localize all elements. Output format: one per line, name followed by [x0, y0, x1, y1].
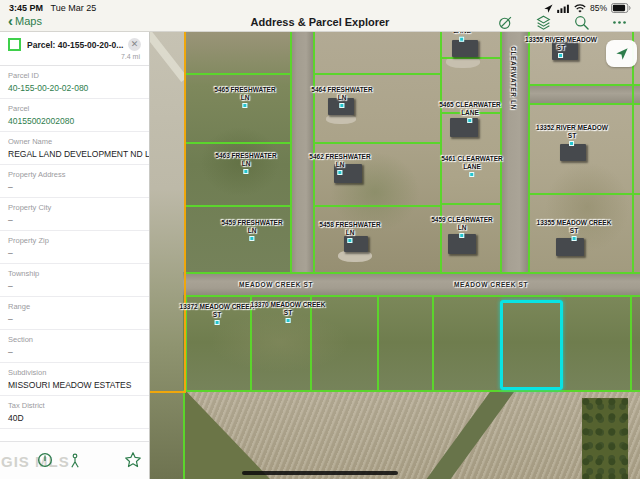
field-label: Property City — [8, 203, 141, 212]
parcel-address-label: 5462 FRESHWATER LN — [309, 153, 370, 175]
parcel-address-label: 13355 MEADOW CREEK ST — [537, 219, 612, 241]
wifi-icon — [574, 4, 586, 13]
parcel-field: Parcel ID 40-155-00-20-02-080 — [0, 66, 149, 99]
field-label: Property Zip — [8, 236, 141, 245]
field-value: – — [8, 248, 141, 259]
field-value: 40D — [8, 413, 141, 424]
battery-percent: 85% — [590, 3, 607, 13]
field-label: Parcel — [8, 104, 141, 113]
address-point-marker — [286, 318, 291, 323]
parcel-address-label: 5458 FRESHWATER LN — [319, 221, 380, 243]
sketch-icon[interactable] — [497, 14, 514, 31]
location-services-icon — [544, 4, 553, 13]
field-value: – — [8, 182, 141, 193]
address-point-marker — [558, 53, 563, 58]
parcel-field: Subdivision MISSOURI MEADOW ESTATES — [0, 363, 149, 396]
address-point-marker — [339, 103, 344, 108]
status-time-date: 3:45 PM Tue Mar 25 — [9, 3, 96, 13]
parcel-field: Section – — [0, 330, 149, 363]
street-name-label: CLEARWATER LN — [509, 46, 517, 110]
field-value: – — [8, 314, 141, 325]
parcel-address-label: 5461 CLEARWATER LANE — [441, 155, 503, 177]
parcel-address-label: 13352 RIVER MEADOW ST — [536, 124, 608, 146]
field-value: – — [8, 347, 141, 358]
parcel-boundary-line — [183, 390, 640, 392]
parcel-boundary-line — [500, 32, 502, 272]
field-label: Parcel ID — [8, 71, 141, 80]
parcel-address-label: 5463 FRESHWATER LN — [215, 152, 276, 174]
parcel-boundary-line — [313, 205, 440, 207]
antenna-icon[interactable] — [64, 450, 86, 472]
parcel-boundary-line — [528, 103, 640, 105]
parcel-boundary-line — [440, 57, 500, 59]
street-name-label: MEADOW CREEK ST — [454, 281, 528, 289]
address-point-marker — [243, 169, 248, 174]
parcel-boundary-line — [184, 295, 640, 297]
field-label: Subdivision — [8, 368, 141, 377]
building — [560, 144, 586, 161]
field-value: MISSOURI MEADOW ESTATES — [8, 380, 141, 391]
field-value: – — [8, 281, 141, 292]
boundary-line-orange — [184, 32, 186, 393]
address-point-marker — [459, 36, 464, 41]
parcel-boundary-line — [440, 203, 500, 205]
favorites-star-icon[interactable] — [122, 450, 144, 472]
parcel-field: Range – — [0, 297, 149, 330]
identify-icon[interactable] — [34, 450, 56, 472]
navigation-arrow-icon — [614, 46, 630, 62]
field-value: REGAL LAND DEVELOPMENT ND LLC — [8, 149, 141, 160]
street-name-label: MEADOW CREEK ST — [239, 281, 313, 289]
parcel-field: Township – — [0, 264, 149, 297]
status-time: 3:45 PM — [9, 3, 43, 13]
parcel-field: Tax District 40D — [0, 396, 149, 429]
address-point-marker — [337, 170, 342, 175]
parcel-address-label: 13370 MEADOW CREEK ST — [251, 301, 326, 323]
parcel-boundary-line — [184, 73, 290, 75]
parcel-boundary-line — [313, 142, 440, 144]
address-point-marker — [242, 103, 247, 108]
field-value: 40155002002080 — [8, 116, 141, 127]
parcel-color-swatch — [8, 38, 21, 51]
parcel-field: Property Zip – — [0, 231, 149, 264]
parcel-field: Property City – — [0, 198, 149, 231]
parcel-address-label: 13372 MEADOW CREEK ST — [180, 303, 255, 325]
field-label: Section — [8, 335, 141, 344]
parcel-address-label: 5465 FRESHWATER LN — [214, 86, 275, 108]
building — [452, 40, 478, 57]
selected-parcel-highlight[interactable] — [500, 300, 563, 390]
parcel-boundary-line — [183, 390, 185, 479]
address-point-marker — [468, 118, 473, 123]
nav-bar: ‹ Maps Address & Parcel Explorer — [0, 13, 640, 32]
home-indicator[interactable] — [242, 471, 398, 475]
parcel-boundary-line — [630, 295, 632, 390]
sidebar-toolbar: GIS MLS — [0, 441, 149, 479]
address-point-marker — [569, 141, 574, 146]
parcel-boundary-line — [184, 142, 290, 144]
search-icon[interactable] — [573, 14, 590, 31]
parcel-field: Owner Name REGAL LAND DEVELOPMENT ND LLC — [0, 132, 149, 165]
field-label: Range — [8, 302, 141, 311]
parcel-fields: Parcel ID 40-155-00-20-02-080 Parcel 401… — [0, 66, 149, 441]
parcel-boundary-line — [377, 295, 379, 390]
terrain-trees — [582, 398, 628, 479]
locate-me-button[interactable] — [606, 40, 637, 67]
parcel-boundary-line — [632, 32, 634, 272]
cellular-signal-icon — [557, 4, 570, 13]
close-icon[interactable]: ✕ — [128, 38, 141, 51]
layers-icon[interactable] — [535, 14, 552, 31]
status-bar: 3:45 PM Tue Mar 25 85% — [0, 0, 640, 14]
parcel-address-label: 13355 RIVER MEADOW ST — [525, 36, 597, 58]
address-point-marker — [572, 236, 577, 241]
address-point-marker — [215, 320, 220, 325]
parcel-boundary-line — [184, 272, 640, 274]
address-point-marker — [249, 236, 254, 241]
parcel-address-label: 5459 FRESHWATER LN — [221, 219, 282, 241]
map-canvas[interactable]: LANE 13355 RIVER MEADOW ST 5465 FRESHWAT… — [150, 32, 640, 479]
field-label: Owner Name — [8, 137, 141, 146]
boundary-line-orange — [150, 391, 185, 393]
parcel-header: Parcel: 40-155-00-20-0... ✕ 7.4 mi — [0, 32, 149, 66]
parcel-boundary-line — [313, 32, 315, 272]
parcel-address-label: 5465 CLEARWATER LANE — [439, 101, 501, 123]
more-icon[interactable] — [611, 14, 628, 31]
address-point-marker — [470, 172, 475, 177]
